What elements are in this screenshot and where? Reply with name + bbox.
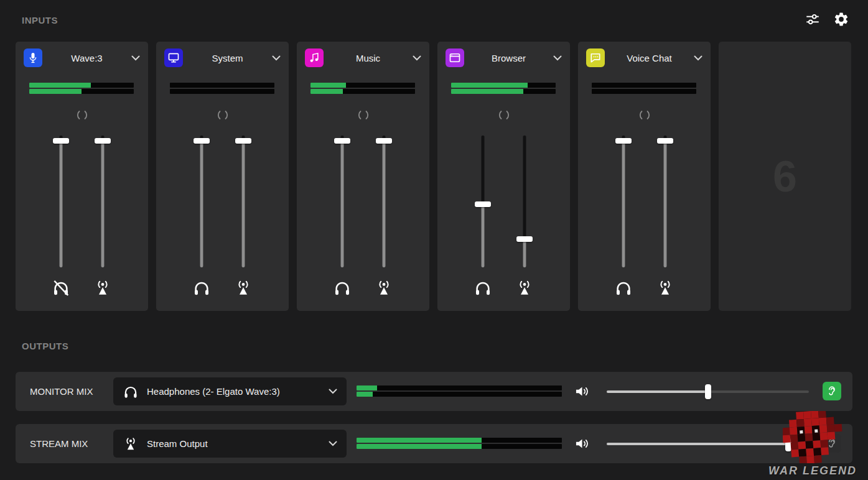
stream-volume-fader[interactable]	[95, 136, 111, 267]
meter-bar-right	[357, 444, 562, 449]
headphones-icon[interactable]	[614, 279, 633, 297]
fader-handle[interactable]	[475, 201, 491, 207]
toolbar	[803, 10, 851, 29]
listen-ear-button[interactable]	[823, 434, 841, 453]
stream-volume-fader[interactable]	[235, 136, 251, 267]
gear-icon[interactable]	[832, 10, 851, 29]
monitor-volume-fader[interactable]	[615, 136, 632, 267]
fader-track	[60, 136, 63, 267]
stream-volume-fader[interactable]	[376, 136, 392, 267]
fader-handle[interactable]	[376, 138, 392, 144]
stream-volume-fader[interactable]	[657, 136, 673, 267]
device-dropdown[interactable]: Headphones (2- Elgato Wave:3)	[113, 377, 347, 405]
meter-bar-right	[357, 392, 562, 397]
channel-faders	[297, 136, 429, 267]
slider-handle[interactable]	[785, 436, 791, 451]
fader-handle[interactable]	[53, 138, 69, 144]
broadcast-icon[interactable]	[93, 279, 112, 297]
monitor-volume-fader[interactable]	[53, 136, 69, 267]
meter-bar-right	[592, 89, 696, 94]
meter-bar-left	[29, 83, 134, 88]
channel-name: Music	[324, 53, 413, 63]
broadcast-icon[interactable]	[515, 279, 534, 297]
chat-bubble-icon	[586, 48, 605, 67]
broadcast-icon[interactable]	[375, 279, 393, 297]
meter-bar-right	[29, 89, 134, 94]
channel-faders	[156, 136, 289, 267]
fader-track	[242, 136, 245, 267]
meter-bar-left	[357, 438, 562, 443]
fader-track	[383, 136, 386, 267]
fader-handle[interactable]	[334, 138, 350, 144]
channel-output-toggles	[437, 279, 570, 297]
device-dropdown[interactable]: Stream Output	[113, 430, 347, 458]
input-channel-strip: Browser	[437, 42, 570, 311]
channel-header: Music	[305, 48, 421, 67]
fader-handle[interactable]	[95, 138, 111, 144]
slider-handle[interactable]	[705, 384, 711, 399]
sliders-icon[interactable]	[803, 10, 822, 29]
output-volume-slider[interactable]	[607, 384, 809, 399]
chevron-down-icon[interactable]	[413, 55, 421, 61]
slider-track	[607, 443, 809, 445]
meter-bar-left	[592, 83, 696, 88]
meter-bar-right	[310, 89, 415, 94]
meter-fill	[357, 438, 482, 443]
stream-volume-fader[interactable]	[516, 136, 533, 267]
link-faders-icon[interactable]	[578, 110, 711, 120]
fader-track	[101, 136, 105, 267]
chevron-down-icon[interactable]	[694, 55, 702, 61]
inputs-section-label: INPUTS	[22, 15, 58, 25]
headphones-icon[interactable]	[333, 279, 352, 297]
output-label: MONITOR MIX	[30, 372, 93, 411]
link-faders-icon[interactable]	[156, 110, 289, 120]
fader-handle[interactable]	[657, 138, 673, 144]
headphones-icon[interactable]	[474, 279, 492, 297]
meter-fill	[310, 83, 346, 88]
fader-track	[664, 136, 667, 267]
outputs-section-label: OUTPUTS	[22, 341, 68, 351]
input-channel-strip: System	[156, 42, 289, 311]
channel-output-toggles	[578, 279, 711, 297]
meter-fill	[29, 83, 91, 88]
monitor-volume-fader[interactable]	[475, 136, 491, 267]
meter-fill	[357, 392, 373, 397]
microphone-icon	[24, 48, 42, 67]
chevron-down-icon[interactable]	[553, 55, 562, 61]
broadcast-icon[interactable]	[656, 279, 674, 297]
fader-fill	[60, 141, 63, 267]
fader-fill	[242, 141, 245, 267]
link-faders-icon[interactable]	[297, 110, 429, 120]
monitor-volume-fader[interactable]	[194, 136, 210, 267]
broadcast-icon[interactable]	[234, 279, 253, 297]
fader-handle[interactable]	[615, 138, 632, 144]
meter-fill	[357, 444, 482, 449]
chevron-down-icon	[329, 441, 337, 446]
channel-header: Browser	[446, 48, 562, 67]
listen-ear-button[interactable]	[823, 382, 841, 400]
output-volume-slider[interactable]	[607, 436, 809, 451]
headphones-icon[interactable]	[192, 279, 211, 297]
fader-fill	[200, 141, 203, 267]
monitor-volume-fader[interactable]	[334, 136, 350, 267]
link-faders-icon[interactable]	[16, 110, 148, 120]
chevron-down-icon[interactable]	[131, 55, 140, 61]
channel-level-meter	[592, 83, 696, 94]
fader-handle[interactable]	[516, 236, 533, 242]
headphones-icon[interactable]	[52, 279, 70, 297]
fader-fill	[664, 141, 667, 267]
channel-faders	[578, 136, 711, 267]
channel-level-meter	[310, 83, 415, 94]
channel-header: Voice Chat	[586, 48, 702, 67]
speaker-icon	[574, 435, 590, 452]
link-faders-icon[interactable]	[437, 110, 570, 120]
channel-name: Wave:3	[42, 53, 131, 63]
fader-handle[interactable]	[235, 138, 251, 144]
chevron-down-icon[interactable]	[272, 55, 281, 61]
fader-fill	[482, 205, 485, 267]
fader-track	[341, 136, 344, 267]
fader-handle[interactable]	[194, 138, 210, 144]
channel-faders	[437, 136, 570, 267]
meter-bar-left	[170, 83, 274, 88]
watermark-text: WAR LEGEND	[766, 464, 859, 478]
